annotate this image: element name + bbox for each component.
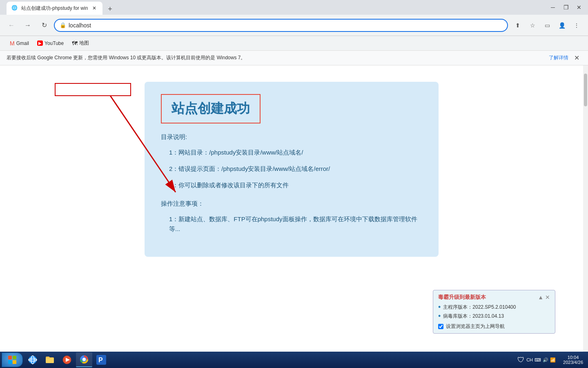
- tab-favicon: 🌐: [11, 5, 18, 11]
- success-title-box: 站点创建成功: [161, 94, 261, 123]
- tray-keyboard[interactable]: ⌨: [535, 357, 541, 363]
- ie-button[interactable]: [24, 352, 41, 367]
- notif-checkbox[interactable]: [438, 324, 443, 329]
- clock-date: 2023/4/26: [563, 360, 583, 365]
- tab-close-button[interactable]: ✕: [91, 5, 98, 11]
- svg-rect-4: [13, 356, 16, 359]
- file-manager-button[interactable]: [42, 352, 58, 367]
- notif-text-2: 病毒库版本：2023.01.04.13: [443, 312, 504, 320]
- restore-button[interactable]: ❐: [560, 2, 572, 13]
- dir-items-list: 1：网站目录：/phpstudy安装目录/www/站点域名/ 2：错误提示页面：…: [161, 148, 422, 190]
- media-player-icon: [62, 355, 72, 365]
- tab-title: 站点创建成功-phpstudy for win: [21, 5, 88, 12]
- start-button[interactable]: [2, 352, 23, 367]
- bullet-1: •: [438, 303, 441, 311]
- dir-label: 目录说明:: [161, 133, 422, 141]
- bookmark-maps-label: 地图: [79, 40, 89, 47]
- youtube-icon: ▶: [37, 40, 43, 46]
- share-button[interactable]: ⬆: [511, 19, 524, 32]
- ie-icon: [28, 355, 38, 365]
- svg-point-15: [83, 358, 86, 361]
- info-bar: 若要接收后续 Google Chrome 更新，您需使用 Windows 10 …: [0, 51, 588, 65]
- url-text: localhost: [69, 22, 502, 29]
- dir-item-2: 2：错误提示页面：/phpstudy安装目录/www/站点域名/error/: [169, 164, 422, 174]
- system-clock[interactable]: 10:04 2023/4/26: [560, 355, 586, 365]
- notif-checkbox-row: 设置浏览器主页为上网导航: [438, 323, 550, 330]
- dir-item-1: 1：网站目录：/phpstudy安装目录/www/站点域名/: [169, 148, 422, 157]
- chrome-icon: [79, 355, 89, 364]
- back-button[interactable]: ←: [5, 19, 18, 32]
- tab-bar: 🌐 站点创建成功-phpstudy for win ✕ +: [3, 0, 546, 15]
- active-tab[interactable]: 🌐 站点创建成功-phpstudy for win ✕: [7, 2, 102, 15]
- forward-button[interactable]: →: [21, 19, 34, 32]
- tray-antivirus[interactable]: 🛡: [517, 356, 525, 364]
- info-bar-link[interactable]: 了解详情: [549, 54, 568, 61]
- content-box: 站点创建成功 目录说明: 1：网站目录：/phpstudy安装目录/www/站点…: [145, 82, 439, 257]
- bookmark-button[interactable]: ☆: [526, 19, 539, 32]
- notif-text-1: 主程序版本：2022.SP5.2.010400: [443, 303, 516, 311]
- svg-rect-3: [8, 356, 12, 359]
- bookmark-youtube-label: YouTube: [45, 40, 64, 46]
- new-tab-button[interactable]: +: [104, 3, 116, 15]
- info-bar-text: 若要接收后续 Google Chrome 更新，您需使用 Windows 10 …: [7, 54, 546, 61]
- dir-item-3: 3：你可以删除或者修改该目录下的所有文件: [169, 180, 422, 190]
- notif-header: 毒霸升级到最新版本 ▲ ✕: [438, 294, 550, 301]
- ops-items: 1：新建站点、数据库、FTP可在phpstudy面板操作，数据库可在环境中下载数…: [161, 214, 422, 234]
- svg-text:P: P: [98, 357, 103, 364]
- bookmarks-bar: M Gmail ▶ YouTube 🗺 地图: [0, 36, 588, 51]
- info-bar-close-button[interactable]: ✕: [572, 53, 581, 63]
- notif-close[interactable]: ✕: [545, 294, 550, 301]
- folder-icon: [45, 355, 55, 365]
- notif-item-2: • 病毒库版本：2023.01.04.13: [438, 312, 550, 320]
- bullet-2: •: [438, 312, 441, 320]
- svg-rect-5: [8, 360, 12, 364]
- notif-checkbox-label: 设置浏览器主页为上网导航: [446, 323, 505, 330]
- ops-label: 操作注意事项：: [161, 200, 422, 208]
- window-controls: ─ ❐ ✕: [547, 2, 585, 13]
- address-bar: ← → ↻ 🔒 localhost ⬆ ☆ ▭ 👤 ⋮: [0, 15, 588, 36]
- notif-item-1: • 主程序版本：2022.SP5.2.010400: [438, 303, 550, 311]
- tray-ch[interactable]: CH: [526, 357, 533, 362]
- media-player-button[interactable]: [59, 352, 75, 367]
- success-title: 站点创建成功: [172, 101, 250, 116]
- scrollbar[interactable]: [583, 65, 588, 352]
- p-app-button[interactable]: P: [93, 352, 109, 367]
- notif-minimize[interactable]: ▲: [538, 294, 543, 301]
- url-bar[interactable]: 🔒 localhost: [54, 19, 508, 32]
- notif-controls: ▲ ✕: [538, 294, 550, 301]
- gmail-icon: M: [10, 40, 15, 47]
- scrollbar-thumb[interactable]: [584, 74, 587, 106]
- tray-network[interactable]: 📶: [550, 357, 556, 363]
- close-button[interactable]: ✕: [573, 2, 585, 13]
- address-actions: ⬆ ☆ ▭ 👤 ⋮: [511, 19, 583, 32]
- ssl-icon: 🔒: [60, 22, 66, 28]
- system-tray: 🛡 CH ⌨ 🔊 📶: [514, 352, 559, 368]
- minimize-button[interactable]: ─: [547, 2, 559, 13]
- p-app-icon: P: [96, 355, 106, 365]
- notification-popup: 毒霸升级到最新版本 ▲ ✕ • 主程序版本：2022.SP5.2.010400 …: [433, 290, 555, 334]
- reload-button[interactable]: ↻: [38, 19, 51, 32]
- clock-time: 10:04: [568, 355, 579, 360]
- chrome-button[interactable]: [76, 352, 92, 367]
- bookmark-gmail[interactable]: M Gmail: [7, 38, 32, 48]
- bookmark-gmail-label: Gmail: [16, 40, 29, 46]
- tray-volume[interactable]: 🔊: [543, 357, 548, 363]
- title-bar: 🌐 站点创建成功-phpstudy for win ✕ + ─ ❐ ✕: [0, 0, 588, 15]
- windows-logo-icon: [7, 355, 17, 365]
- bookmark-youtube[interactable]: ▶ YouTube: [34, 39, 67, 48]
- page-content: 站点创建成功 目录说明: 1：网站目录：/phpstudy安装目录/www/站点…: [0, 65, 588, 352]
- bookmark-maps[interactable]: 🗺 地图: [69, 38, 92, 48]
- split-button[interactable]: ▭: [541, 19, 554, 32]
- profile-button[interactable]: 👤: [555, 19, 568, 32]
- svg-rect-6: [13, 360, 16, 364]
- menu-button[interactable]: ⋮: [570, 19, 583, 32]
- maps-icon: 🗺: [72, 40, 78, 47]
- notif-title: 毒霸升级到最新版本: [438, 294, 486, 301]
- taskbar: P 🛡 CH ⌨ 🔊 📶 10:04 2023/4/26: [0, 352, 588, 368]
- ops-item-1: 1：新建站点、数据库、FTP可在phpstudy面板操作，数据库可在环境中下载数…: [169, 214, 422, 234]
